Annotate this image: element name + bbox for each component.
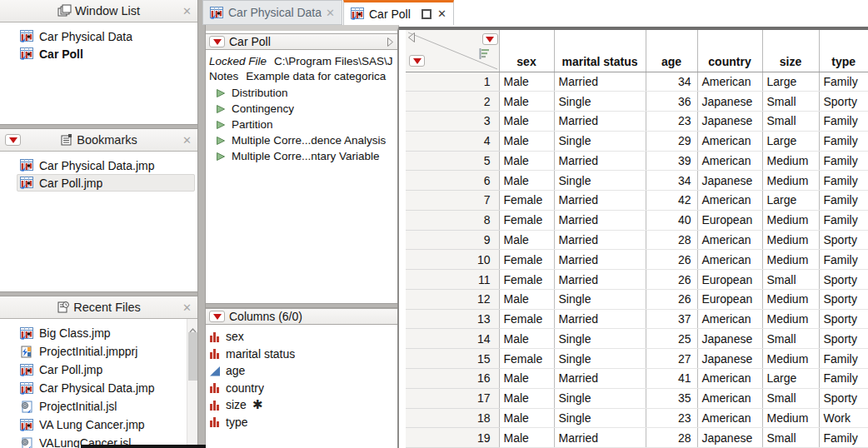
grid-cell[interactable]: Large — [762, 131, 819, 151]
grid-cell[interactable]: Japanese — [697, 428, 762, 448]
grid-cell[interactable]: Married — [554, 230, 646, 250]
grid-cell[interactable]: Female — [499, 270, 554, 290]
close-icon[interactable]: ✕ — [182, 302, 192, 313]
grid-cell[interactable]: Sporty — [819, 289, 868, 309]
grid-cell[interactable]: Male — [499, 230, 554, 250]
grid-cell[interactable]: Female — [499, 349, 554, 369]
grid-cell[interactable]: Male — [499, 408, 554, 428]
grid-cell[interactable]: Sporty — [819, 270, 868, 290]
grid-cell[interactable]: Married — [554, 428, 646, 448]
grid-cell[interactable]: Single — [554, 289, 646, 309]
recent-file-item[interactable]: Car Physical Data.jmp — [17, 379, 184, 397]
grid-cell[interactable]: Female — [499, 191, 554, 211]
grid-cell[interactable]: 29 — [646, 131, 697, 151]
grid-cell[interactable]: Sporty — [819, 329, 868, 349]
row-number-cell[interactable]: 13 — [406, 309, 499, 329]
grid-cell[interactable]: 26 — [646, 289, 697, 309]
grid-cell[interactable]: American — [697, 131, 762, 151]
grid-cell[interactable]: Small — [762, 388, 819, 408]
grid-cell[interactable]: 28 — [646, 230, 697, 250]
grid-cell[interactable]: Family — [819, 250, 868, 270]
grid-cell[interactable]: Medium — [762, 250, 819, 270]
grid-cell[interactable]: Japanese — [697, 349, 762, 369]
table-script-item[interactable]: Multiple Corre...ntary Variable — [216, 148, 397, 164]
row-number-cell[interactable]: 19 — [406, 428, 499, 448]
rows-menu-icon[interactable] — [409, 55, 425, 67]
grid-cell[interactable]: Male — [499, 171, 554, 191]
grid-cell[interactable]: Married — [554, 112, 646, 132]
close-icon[interactable]: ✕ — [182, 6, 192, 17]
row-number-cell[interactable]: 4 — [406, 131, 499, 151]
grid-cell[interactable]: Sporty — [819, 309, 868, 329]
grid-cell[interactable]: Medium — [762, 171, 819, 191]
row-number-cell[interactable]: 5 — [406, 151, 499, 171]
grid-cell[interactable]: Single — [554, 131, 646, 151]
column-header[interactable]: size — [762, 30, 819, 72]
table-script-item[interactable]: Multiple Corre...dence Analysis — [216, 132, 397, 148]
row-number-cell[interactable]: 8 — [406, 210, 499, 230]
bookmark-item[interactable]: Car Poll.jmp — [17, 174, 195, 192]
grid-cell[interactable]: Medium — [762, 151, 819, 171]
grid-cell[interactable]: 40 — [646, 210, 697, 230]
column-list-item[interactable]: sex — [206, 328, 397, 346]
grid-cell[interactable]: American — [697, 250, 762, 270]
grid-cell[interactable]: Medium — [762, 210, 819, 230]
grid-cell[interactable]: Sporty — [819, 92, 868, 112]
grid-cell[interactable]: Married — [554, 191, 646, 211]
recent-file-item[interactable]: Big Class.jmp — [17, 324, 184, 342]
scrollbar-thumb[interactable] — [188, 332, 197, 381]
column-header[interactable]: type — [819, 30, 868, 72]
column-list-item[interactable]: size ✱ — [206, 396, 397, 414]
recent-files-scrollbar[interactable] — [187, 319, 197, 448]
row-number-cell[interactable]: 6 — [406, 171, 499, 191]
grid-cell[interactable]: Japanese — [697, 171, 762, 191]
grid-cell[interactable]: 39 — [646, 151, 697, 171]
column-list-item[interactable]: age — [206, 362, 397, 380]
row-number-cell[interactable]: 1 — [406, 72, 499, 92]
grid-cell[interactable]: Family — [819, 131, 868, 151]
restore-window-icon[interactable] — [422, 9, 432, 19]
grid-cell[interactable]: Female — [499, 309, 554, 329]
column-header[interactable]: age — [646, 30, 697, 72]
column-header[interactable]: sex — [499, 30, 554, 72]
grid-cell[interactable]: 36 — [646, 92, 697, 112]
grid-cell[interactable]: European — [697, 210, 762, 230]
grid-cell[interactable]: Medium — [762, 289, 819, 309]
grid-cell[interactable]: Large — [762, 72, 819, 92]
grid-cell[interactable]: Family — [819, 112, 868, 132]
grid-cell[interactable]: 41 — [646, 368, 697, 388]
table-script-item[interactable]: Contingency — [216, 101, 397, 117]
row-number-cell[interactable]: 11 — [406, 270, 499, 290]
document-tab[interactable]: Car Physical Data ✕ — [202, 0, 342, 25]
grid-cell[interactable]: Married — [554, 210, 646, 230]
grid-cell[interactable]: Male — [499, 428, 554, 448]
grid-cell[interactable]: Small — [762, 329, 819, 349]
grid-cell[interactable]: Work — [819, 408, 868, 428]
red-triangle-menu-icon[interactable] — [5, 134, 21, 146]
grid-cell[interactable]: Male — [499, 329, 554, 349]
grid-cell[interactable]: Male — [499, 388, 554, 408]
recent-file-item[interactable]: ProjectInitial.jmpprj — [17, 342, 184, 361]
recent-file-item[interactable]: VA Lung Cancer.jmp — [17, 416, 184, 434]
grid-cell[interactable]: Single — [554, 92, 646, 112]
row-number-cell[interactable]: 3 — [406, 112, 499, 132]
grid-cell[interactable]: Medium — [762, 309, 819, 329]
grid-cell[interactable]: Japanese — [697, 92, 762, 112]
grid-cell[interactable]: 23 — [646, 112, 697, 132]
grid-cell[interactable]: Male — [499, 368, 554, 388]
grid-cell[interactable]: Family — [819, 210, 868, 230]
grid-cell[interactable]: Family — [819, 368, 868, 388]
grid-cell[interactable]: Medium — [762, 230, 819, 250]
row-number-cell[interactable]: 7 — [406, 191, 499, 211]
grid-cell[interactable]: American — [697, 408, 762, 428]
grid-cell[interactable]: Family — [819, 151, 868, 171]
grid-cell[interactable]: Single — [554, 171, 646, 191]
grid-cell[interactable]: Large — [762, 368, 819, 388]
grid-cell[interactable]: Female — [499, 210, 554, 230]
grid-cell[interactable]: Married — [554, 309, 646, 329]
window-list-item[interactable]: Car Physical Data — [17, 27, 195, 45]
grid-cell[interactable]: Married — [554, 368, 646, 388]
row-number-cell[interactable]: 12 — [406, 289, 499, 309]
grid-cell[interactable]: Single — [554, 349, 646, 369]
grid-cell[interactable]: Female — [499, 250, 554, 270]
